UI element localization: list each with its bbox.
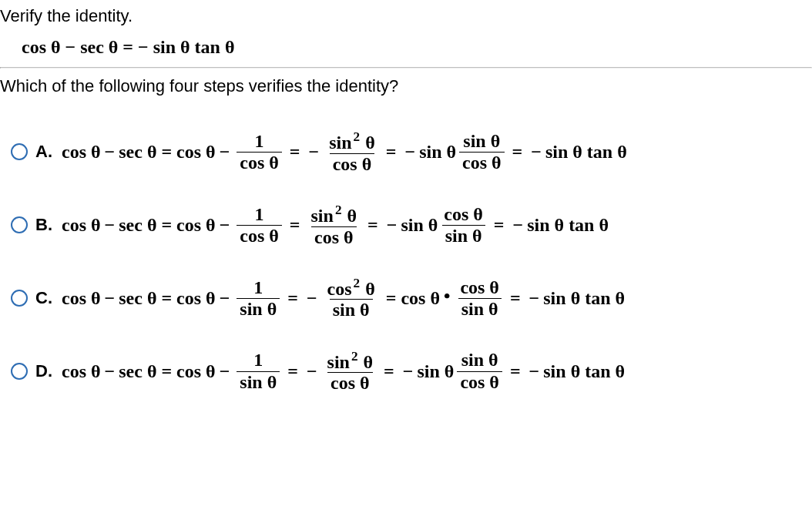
option-b-label: B. (35, 215, 54, 235)
option-d-label: D. (35, 361, 54, 381)
option-b-row[interactable]: B. cos θ − sec θ = cos θ − 1cos θ = sin2… (11, 203, 812, 247)
radio-c[interactable] (11, 290, 28, 307)
option-c-math: cos θ − sec θ = cos θ − 1sin θ = − cos2 … (62, 277, 625, 320)
radio-a[interactable] (11, 143, 28, 160)
prompt-text: Verify the identity. (0, 0, 812, 34)
identity-expression: cos θ − sec θ = − sin θ tan θ (0, 34, 812, 67)
options-container: A. cos θ − sec θ = cos θ − 1cos θ = − si… (0, 102, 812, 407)
option-b-math: cos θ − sec θ = cos θ − 1cos θ = sin2 θ … (62, 203, 609, 247)
option-d-row[interactable]: D. cos θ − sec θ = cos θ − 1sin θ = − si… (11, 350, 812, 394)
radio-b[interactable] (11, 216, 28, 233)
radio-d[interactable] (11, 363, 28, 380)
option-d-math: cos θ − sec θ = cos θ − 1sin θ = − sin2 … (62, 350, 625, 394)
option-a-math: cos θ − sec θ = cos θ − 1cos θ = − sin2 … (62, 130, 627, 174)
question-text: Which of the following four steps verifi… (0, 69, 812, 102)
option-a-label: A. (35, 142, 54, 162)
option-c-label: C. (35, 288, 54, 308)
option-a-row[interactable]: A. cos θ − sec θ = cos θ − 1cos θ = − si… (11, 130, 812, 174)
option-c-row[interactable]: C. cos θ − sec θ = cos θ − 1sin θ = − co… (11, 277, 812, 320)
